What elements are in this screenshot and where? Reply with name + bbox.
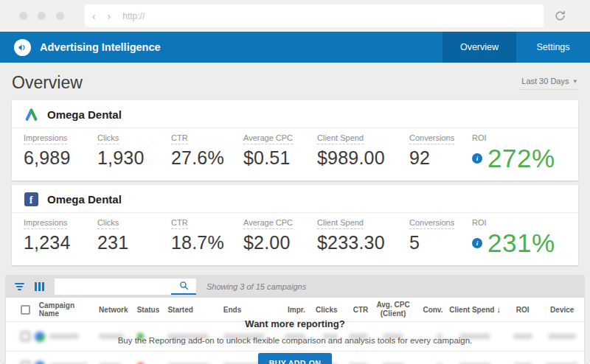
metric-value: 5	[409, 232, 472, 253]
search-input[interactable]	[55, 282, 171, 291]
search-box[interactable]	[55, 279, 196, 295]
info-icon[interactable]: i	[472, 238, 482, 248]
upsell-overlay: Want more reporting? Buy the Reporting a…	[6, 299, 584, 364]
metric-ctr: CTR 18.7%	[171, 218, 243, 258]
metrics-row: Impressions 6,989 Clicks 1,930 CTR 27.6%…	[12, 128, 578, 181]
google-adwords-icon	[24, 107, 38, 122]
metric-client-spend: Client Spend $989.00	[317, 133, 409, 173]
metric-value: $0.51	[243, 147, 317, 169]
card-title-row: Omega Dental	[12, 100, 578, 127]
metric-value: 231	[97, 232, 171, 253]
filter-icon[interactable]	[15, 283, 24, 290]
window-controls[interactable]	[19, 12, 64, 20]
window-dot-icon[interactable]	[38, 12, 46, 20]
upsell-title: Want more reporting?	[245, 318, 344, 329]
metric-value: 1,234	[24, 232, 97, 253]
metric-value: 92	[409, 147, 472, 169]
reload-icon[interactable]	[554, 10, 566, 22]
window-dot-icon[interactable]	[56, 12, 64, 20]
metric-label: Conversions	[409, 218, 454, 229]
client-name: Omega Dental	[47, 193, 122, 206]
metric-impressions: Impressions 6,989	[24, 133, 97, 173]
roi-value: 272%	[487, 144, 555, 173]
url-bar[interactable]: ‹ ›	[85, 4, 544, 27]
metric-conversions: Conversions 5	[409, 218, 472, 258]
summary-card-facebook: f Omega Dental Impressions 1,234 Clicks …	[12, 185, 578, 265]
megaphone-icon	[14, 39, 31, 56]
date-range-dropdown[interactable]: Last 30 Days ▾	[520, 77, 578, 90]
table-toolbar: Showing 3 of 15 campaigns	[6, 275, 584, 298]
metric-label: Clicks	[97, 218, 119, 229]
search-icon[interactable]	[171, 279, 196, 295]
metric-client-spend: Client Spend $233.30	[317, 218, 409, 258]
metric-label: ROI	[472, 218, 487, 228]
metric-value: 6,989	[24, 147, 97, 169]
metric-value: $989.00	[317, 147, 409, 169]
metric-average-cpc: Average CPC $2.00	[243, 218, 317, 258]
roi-value: 231%	[487, 228, 555, 258]
metric-label: Average CPC	[243, 218, 293, 229]
app-title: Advertising Intelligence	[40, 41, 442, 53]
metric-label: Client Spend	[317, 133, 364, 144]
date-range-label: Last 30 Days	[521, 77, 569, 85]
metric-average-cpc: Average CPC $0.51	[243, 133, 317, 173]
back-forward-icons[interactable]: ‹ ›	[92, 10, 115, 22]
metric-value: 18.7%	[171, 232, 243, 253]
client-name: Omega Dental	[47, 108, 122, 121]
metric-label: CTR	[171, 218, 188, 229]
metric-roi: ROI i 272%	[472, 133, 566, 173]
info-icon[interactable]: i	[472, 153, 482, 164]
metric-value: $2.00	[243, 232, 317, 253]
metric-label: Average CPC	[243, 133, 293, 144]
url-input[interactable]	[122, 11, 536, 21]
metrics-row: Impressions 1,234 Clicks 231 CTR 18.7% A…	[12, 213, 578, 265]
chevron-down-icon: ▾	[573, 77, 577, 85]
app-window: ‹ › Advertising Intelligence Overview Se…	[0, 0, 590, 364]
columns-icon[interactable]	[35, 282, 44, 291]
card-title-row: f Omega Dental	[12, 185, 578, 212]
showing-count: Showing 3 of 15 campaigns	[206, 282, 306, 291]
tab-overview[interactable]: Overview	[442, 32, 516, 63]
metric-value: 27.6%	[171, 147, 243, 169]
browser-bar: ‹ ›	[0, 0, 590, 32]
metric-value: 1,930	[97, 147, 171, 169]
metric-conversions: Conversions 92	[409, 133, 472, 173]
metric-label: ROI	[472, 133, 487, 144]
metric-value: $233.30	[317, 232, 409, 253]
metric-clicks: Clicks 231	[97, 218, 171, 258]
tab-settings[interactable]: Settings	[516, 32, 590, 63]
metric-roi: ROI i 231%	[472, 218, 566, 258]
metric-label: CTR	[171, 133, 188, 144]
metric-clicks: Clicks 1,930	[97, 133, 171, 173]
buy-add-on-button[interactable]: BUY ADD-ON	[258, 353, 333, 364]
metric-label: Impressions	[24, 218, 67, 229]
app-header: Advertising Intelligence Overview Settin…	[0, 32, 590, 63]
page-title: Overview	[12, 73, 83, 93]
window-dot-icon[interactable]	[19, 12, 27, 20]
campaigns-table: Showing 3 of 15 campaigns Campaign Name …	[6, 275, 584, 364]
metric-label: Clicks	[97, 133, 119, 144]
facebook-icon: f	[24, 192, 38, 206]
metric-label: Conversions	[409, 133, 454, 144]
summary-card-adwords: Omega Dental Impressions 6,989 Clicks 1,…	[12, 100, 578, 181]
upsell-description: Buy the Reporting add-on to unlock flexi…	[118, 336, 473, 345]
metric-ctr: CTR 27.6%	[171, 133, 243, 173]
metric-label: Impressions	[24, 133, 67, 144]
metric-label: Client Spend	[317, 218, 364, 229]
metric-impressions: Impressions 1,234	[24, 218, 97, 258]
page-head: Overview Last 30 Days ▾	[0, 63, 590, 100]
